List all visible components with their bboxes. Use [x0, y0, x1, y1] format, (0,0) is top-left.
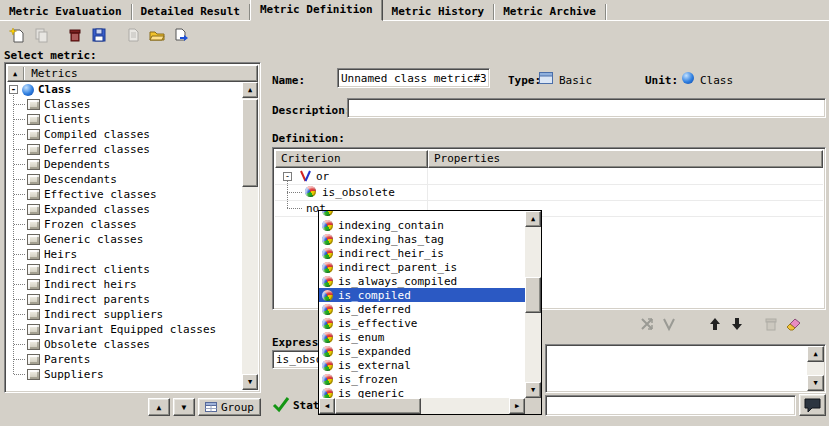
- criterion-column-header[interactable]: Criterion: [275, 150, 428, 168]
- delete-criterion-button[interactable]: [760, 313, 782, 335]
- save-metric-button[interactable]: [87, 23, 111, 47]
- criterion-icon: [322, 211, 333, 216]
- tab[interactable]: Metric Archive: [494, 4, 606, 20]
- tree-item[interactable]: Indirect heirs: [7, 277, 242, 292]
- properties-column-header[interactable]: Properties: [428, 150, 823, 168]
- dropdown-item[interactable]: indirect_parent_is: [319, 260, 525, 274]
- dropdown-item[interactable]: is_expanded: [319, 344, 525, 358]
- criterion-branch: [287, 192, 302, 193]
- scroll-up-button[interactable]: ▲: [807, 346, 824, 362]
- tree-item[interactable]: Obsolete classes: [7, 337, 242, 352]
- scroll-left-button[interactable]: ◀: [319, 398, 335, 414]
- basic-type-icon: [539, 72, 553, 84]
- type-label: Type:: [508, 74, 541, 87]
- new-metric-button[interactable]: [5, 23, 29, 47]
- scroll-down-button[interactable]: ▼: [242, 374, 258, 390]
- dropdown-item[interactable]: is_frozen: [319, 372, 525, 386]
- metric-tree: ▲ Metrics - Class Classes: [4, 62, 261, 393]
- tree-item[interactable]: Indirect parents: [7, 292, 242, 307]
- tree-item[interactable]: Deferred classes: [7, 142, 242, 157]
- erase-criterion-button[interactable]: [782, 313, 804, 335]
- tree-item[interactable]: Indirect clients: [7, 262, 242, 277]
- dropdown-item[interactable]: is_deferred: [319, 302, 525, 316]
- tree-item[interactable]: Descendants: [7, 172, 242, 187]
- dropdown-item[interactable]: indexing_has_tag: [319, 232, 525, 246]
- dropdown-item[interactable]: is_generic: [319, 386, 525, 398]
- move-criterion-up-button[interactable]: [704, 313, 726, 335]
- dropdown-item[interactable]: is_effective: [319, 316, 525, 330]
- dropdown-item[interactable]: indirect_heir_is: [319, 246, 525, 260]
- valid-check-icon: [272, 395, 290, 413]
- unit-value: Class: [700, 74, 733, 87]
- scroll-thumb[interactable]: [242, 99, 258, 187]
- tab[interactable]: Metric History: [383, 4, 495, 20]
- criterion-operator[interactable]: or: [316, 170, 329, 183]
- unit-label: Unit:: [645, 74, 678, 87]
- tree-item[interactable]: Expanded classes: [7, 202, 242, 217]
- dropdown-vertical-scrollbar[interactable]: ▲ ▼: [525, 211, 541, 398]
- name-input[interactable]: [337, 68, 490, 88]
- reload-metric-button[interactable]: [121, 23, 145, 47]
- description-input[interactable]: [347, 98, 826, 118]
- scroll-thumb[interactable]: [335, 398, 421, 414]
- insert-or-button[interactable]: [658, 313, 680, 335]
- expression-viewer-scrollbar[interactable]: ▲ ▼: [807, 346, 824, 391]
- scroll-down-button[interactable]: ▼: [807, 375, 824, 391]
- move-criterion-down-button[interactable]: [726, 313, 748, 335]
- open-archive-button[interactable]: [145, 23, 169, 47]
- dropdown-item[interactable]: is_external: [319, 358, 525, 372]
- tree-item[interactable]: Suppliers: [7, 367, 242, 382]
- tree-item[interactable]: Effective classes: [7, 187, 242, 202]
- tree-item[interactable]: Indirect suppliers: [7, 307, 242, 322]
- tree-item[interactable]: Compiled classes: [7, 127, 242, 142]
- criterion-operand[interactable]: is_obsolete: [322, 186, 395, 199]
- scroll-down-button[interactable]: ▼: [525, 382, 541, 398]
- tree-item[interactable]: Invariant Equipped classes: [7, 322, 242, 337]
- scroll-right-button[interactable]: ▶: [509, 398, 525, 414]
- tree-root-class[interactable]: - Class: [7, 82, 242, 97]
- metric-icon: [27, 354, 40, 365]
- scroll-up-button[interactable]: ▲: [525, 211, 541, 227]
- tree-item[interactable]: Generic classes: [7, 232, 242, 247]
- criterion-branch-line: [287, 181, 288, 208]
- metric-icon: [27, 324, 40, 335]
- tree-item[interactable]: Parents: [7, 352, 242, 367]
- dropdown-horizontal-scrollbar[interactable]: ◀ ▶: [319, 398, 525, 414]
- move-metric-down-button[interactable]: ▼: [173, 398, 195, 416]
- tree-item[interactable]: Frozen classes: [7, 217, 242, 232]
- tab[interactable]: Metric Evaluation: [0, 4, 132, 20]
- tree-item[interactable]: Heirs: [7, 247, 242, 262]
- dropdown-item[interactable]: is_compiled: [319, 288, 525, 302]
- class-unit-icon: [682, 72, 694, 84]
- delete-criterion-icon: [763, 316, 779, 332]
- tree-item[interactable]: Clients: [7, 112, 242, 127]
- export-metric-button[interactable]: [169, 23, 193, 47]
- name-label: Name:: [272, 74, 305, 87]
- collapse-icon[interactable]: -: [9, 85, 18, 94]
- scroll-thumb[interactable]: [525, 277, 541, 313]
- tree-scrollbar[interactable]: ▲ ▼: [242, 82, 258, 390]
- criterion-icon: [322, 234, 333, 245]
- tree-item[interactable]: Dependents: [7, 157, 242, 172]
- copy-metric-button[interactable]: [29, 23, 53, 47]
- delete-metric-button[interactable]: [63, 23, 87, 47]
- collapse-icon[interactable]: -: [283, 172, 292, 181]
- export-metric-icon: [173, 27, 189, 43]
- comment-button[interactable]: [799, 394, 826, 416]
- scroll-up-button[interactable]: ▲: [242, 82, 258, 98]
- tree-header[interactable]: ▲ Metrics: [7, 65, 258, 82]
- type-value: Basic: [559, 74, 592, 87]
- swap-criteria-button[interactable]: [636, 313, 658, 335]
- tab[interactable]: Metric Definition: [250, 0, 383, 21]
- swap-criteria-icon: [639, 316, 655, 332]
- move-metric-up-button[interactable]: ▲: [148, 398, 170, 416]
- group-button[interactable]: Group: [198, 398, 261, 416]
- erase-criterion-icon: [785, 316, 801, 332]
- tree-item[interactable]: Classes: [7, 97, 242, 112]
- save-metric-icon: [91, 27, 107, 43]
- dropdown-item[interactable]: indexing_contain: [319, 218, 525, 232]
- tree-children: Classes Clients Compiled classes: [7, 97, 242, 382]
- dropdown-item[interactable]: is_always_compiled: [319, 274, 525, 288]
- tab[interactable]: Detailed Result: [132, 4, 250, 20]
- dropdown-item[interactable]: is_enum: [319, 330, 525, 344]
